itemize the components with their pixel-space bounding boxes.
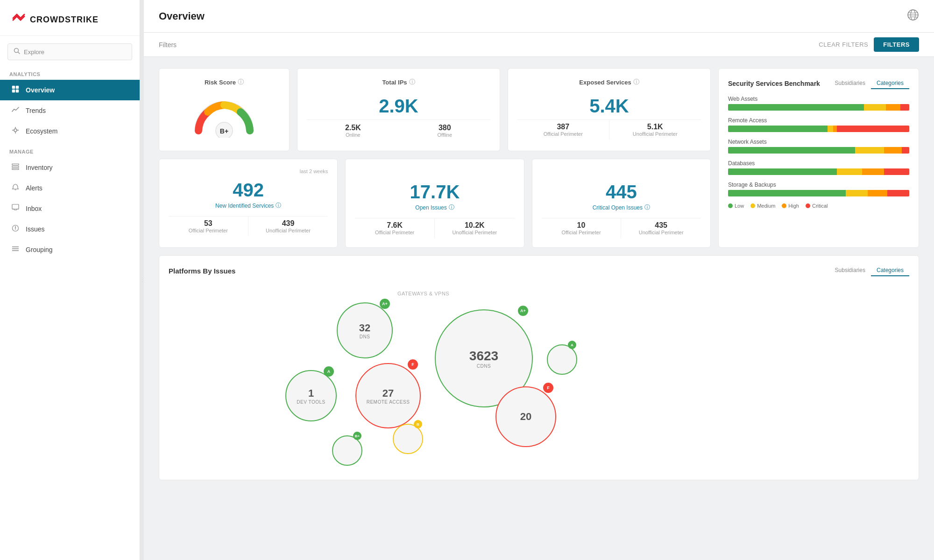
open-unofficial-label: Unofficial Perimeter	[437, 230, 513, 235]
itembplus-bubble-wrapper[interactable]: B+	[332, 435, 362, 466]
itembplus-bubble: B+	[332, 435, 362, 466]
devtools-grade: A	[324, 366, 334, 377]
itembplus-grade: B+	[353, 432, 361, 440]
benchmark-rows: Web Assets Remote Access Network Assets	[728, 96, 909, 196]
content-area: Risk Score ⓘ	[144, 57, 934, 560]
exposed-official-val: 387	[519, 123, 607, 131]
itemb-bubble-wrapper[interactable]: B	[393, 424, 423, 454]
new-services-label: New Identified Services ⓘ	[169, 202, 328, 210]
critical-issues-card: 445 Critical Open Issues ⓘ 10 Official P…	[532, 159, 711, 248]
search-container[interactable]: Explore	[0, 36, 140, 64]
new-services-info-icon: ⓘ	[276, 202, 281, 210]
bench-row-label: Network Assets	[728, 139, 909, 145]
devtools-bubble: A 1 DEV TOOLS	[285, 370, 337, 421]
bench-bar-track	[728, 104, 909, 111]
bench-row-databases: Databases	[728, 160, 909, 175]
legend-critical-dot	[806, 203, 810, 208]
bar-orange	[833, 126, 837, 132]
filters-button[interactable]: FILTERS	[874, 37, 919, 52]
exposed-unofficial-val: 5.1K	[611, 123, 700, 131]
critical-official-label: Official Perimeter	[544, 230, 619, 235]
cdns-number: 3623	[469, 349, 498, 364]
filters-label: Filters	[159, 41, 177, 49]
clear-filters-button[interactable]: CLEAR FILTERS	[819, 41, 868, 48]
bench-row-label: Remote Access	[728, 117, 909, 124]
benchmark-tab-subsidiaries[interactable]: Subsidiaries	[829, 78, 871, 89]
remote-number: 27	[382, 387, 394, 399]
new-services-grid: 53 Official Perimeter 439 Unofficial Per…	[169, 216, 328, 236]
sidebar-item-issues[interactable]: Issues	[0, 219, 140, 239]
open-official-label: Official Perimeter	[357, 230, 432, 235]
dns-bubble-wrapper[interactable]: A+ 32 DNS	[337, 302, 393, 358]
resize-handle[interactable]: ···	[140, 0, 144, 560]
inbox-label: Inbox	[26, 205, 42, 212]
search-box[interactable]: Explore	[7, 43, 132, 60]
platforms-tab-subsidiaries[interactable]: Subsidiaries	[829, 265, 871, 276]
platforms-title: Platforms By Issues	[169, 267, 235, 275]
bench-row-label: Databases	[728, 160, 909, 167]
bar-yellow	[846, 190, 868, 196]
new-services-timeframe: last 2 weeks	[169, 168, 328, 174]
filters-actions: CLEAR FILTERS FILTERS	[819, 37, 919, 52]
risk-info-icon: ⓘ	[238, 78, 244, 86]
item20-number: 20	[520, 411, 531, 423]
bench-bar-track	[728, 147, 909, 154]
critical-unofficial-label: Unofficial Perimeter	[623, 230, 699, 235]
svg-point-6	[14, 129, 17, 132]
remote-grade: F	[408, 359, 418, 370]
trends-icon	[11, 106, 20, 115]
risk-score-title: Risk Score ⓘ	[205, 78, 244, 86]
legend-high-dot	[782, 203, 786, 208]
sidebar-item-overview[interactable]: Overview	[0, 80, 140, 100]
legend-low-dot	[728, 203, 733, 208]
bar-red	[900, 104, 909, 111]
bench-row-label: Storage & Backups	[728, 182, 909, 188]
exposed-official: 387 Official Perimeter	[517, 120, 609, 140]
platforms-tab-categories[interactable]: Categories	[871, 265, 909, 276]
filters-bar: Filters CLEAR FILTERS FILTERS	[144, 33, 934, 57]
globe-icon[interactable]	[907, 9, 919, 24]
svg-rect-14	[12, 204, 19, 209]
new-official: 53 Official Perimeter	[169, 217, 248, 236]
page-title: Overview	[159, 10, 205, 22]
legend-medium-label: Medium	[757, 203, 775, 209]
itema2-bubble: A	[547, 344, 577, 375]
critical-official-val: 10	[544, 221, 619, 230]
gauge-svg: B+	[191, 96, 257, 138]
exposed-services-value: 5.4K	[517, 96, 701, 117]
new-services-card: last 2 weeks 492 New Identified Services…	[159, 159, 338, 248]
bar-yellow	[828, 126, 833, 132]
sidebar-item-alerts[interactable]: Alerts	[0, 178, 140, 198]
remote-access-bubble-wrapper[interactable]: F 27 REMOTE ACCESS	[355, 363, 421, 428]
itema2-bubble-wrapper[interactable]: A	[547, 344, 577, 375]
sidebar-item-inventory[interactable]: Inventory	[0, 157, 140, 178]
offline-label: Offline	[437, 132, 452, 138]
benchmark-tabs: Subsidiaries Categories	[829, 78, 909, 89]
sidebar-item-grouping[interactable]: Grouping	[0, 239, 140, 260]
exposed-unofficial-label: Unofficial Perimeter	[611, 131, 700, 137]
sidebar-item-trends[interactable]: Trends	[0, 100, 140, 121]
metrics-row-2: last 2 weeks 492 New Identified Services…	[159, 159, 711, 248]
issues-label: Issues	[26, 225, 44, 233]
exposed-info-icon: ⓘ	[633, 78, 639, 86]
bench-bar-track	[728, 190, 909, 196]
sidebar-item-inbox[interactable]: Inbox	[0, 198, 140, 219]
platforms-header: Platforms By Issues Subsidiaries Categor…	[169, 265, 909, 276]
item20-bubble-wrapper[interactable]: F 20	[495, 386, 556, 447]
bar-red	[884, 168, 909, 175]
devtools-bubble-wrapper[interactable]: A 1 DEV TOOLS	[285, 370, 337, 421]
benchmark-tab-categories[interactable]: Categories	[871, 78, 909, 89]
svg-line-1	[18, 52, 20, 54]
exposed-services-title: Exposed Services ⓘ	[517, 78, 701, 86]
new-services-value: 492	[169, 180, 328, 201]
ecosystem-label: Ecosystem	[26, 127, 57, 135]
open-issues-grid: 7.6K Official Perimeter 10.2K Unofficial…	[355, 218, 514, 238]
platforms-tabs: Subsidiaries Categories	[829, 265, 909, 276]
legend-medium: Medium	[750, 203, 775, 209]
bench-row-network-assets: Network Assets	[728, 139, 909, 154]
bar-yellow	[855, 147, 884, 154]
bar-green	[728, 147, 855, 154]
open-official-val: 7.6K	[357, 221, 432, 230]
sidebar-item-ecosystem[interactable]: Ecosystem	[0, 121, 140, 141]
cdns-grade: A+	[518, 306, 528, 316]
